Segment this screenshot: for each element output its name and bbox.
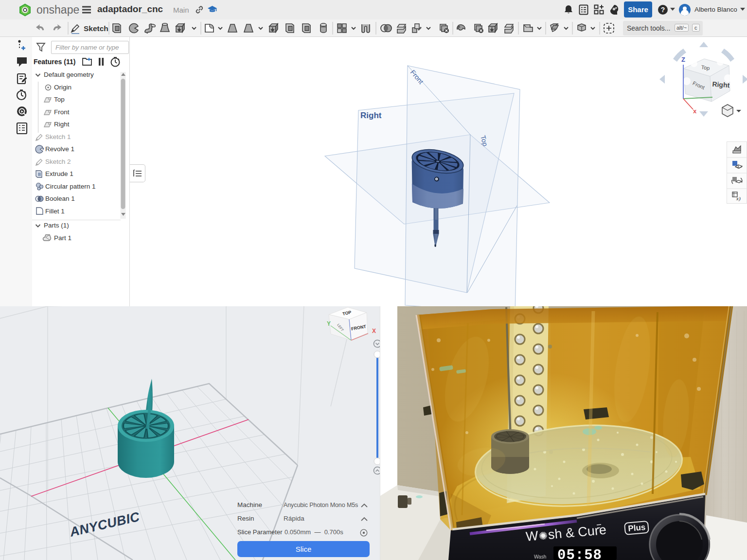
svg-text:x: x [693, 107, 697, 115]
svg-text:X: X [372, 328, 376, 334]
svg-text:Y: Y [327, 320, 331, 327]
svg-text:Plus: Plus [628, 523, 646, 533]
svg-text:Right: Right [360, 111, 382, 120]
svg-text:ANYCUBIC: ANYCUBIC [68, 509, 141, 540]
svg-text:Top: Top [701, 64, 710, 71]
svg-text:05:58: 05:58 [557, 547, 602, 560]
svg-text:Z: Z [681, 56, 685, 63]
svg-text:Right: Right [712, 80, 730, 89]
svg-text:Sketch: Sketch [84, 24, 108, 33]
svg-text:?: ? [661, 6, 665, 14]
svg-text:Wash: Wash [534, 554, 546, 560]
svg-text:x): x) [736, 195, 741, 202]
